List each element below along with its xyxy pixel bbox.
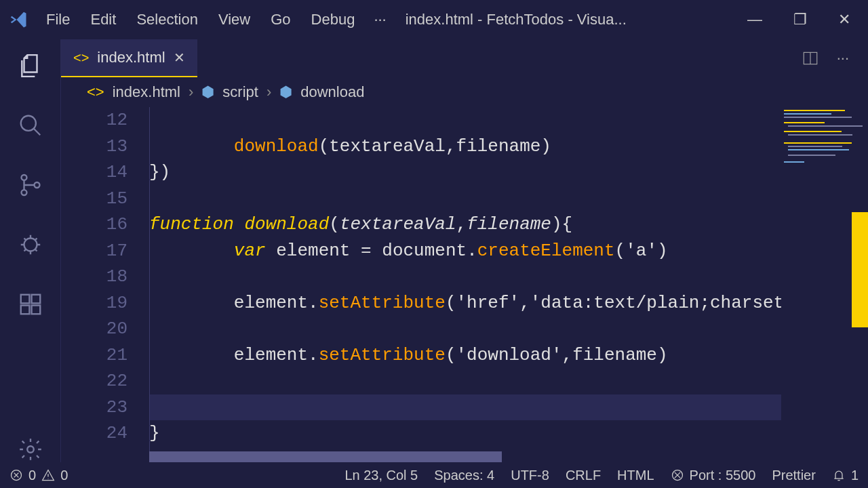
- encoding-status[interactable]: UTF-8: [511, 468, 549, 483]
- code-line[interactable]: function download(textareaVal,filename){: [149, 211, 868, 238]
- tab-index-html[interactable]: <> index.html ✕: [61, 39, 197, 77]
- symbol-icon: ⬢: [279, 83, 292, 101]
- notifications-status[interactable]: 1: [832, 468, 859, 483]
- problems-status[interactable]: 0 0: [9, 468, 68, 483]
- cursor-position[interactable]: Ln 23, Col 5: [344, 468, 418, 483]
- activity-bar: [0, 39, 61, 462]
- svg-rect-6: [31, 295, 40, 304]
- chevron-right-icon: ›: [267, 83, 271, 101]
- symbol-icon: ⬢: [201, 83, 214, 101]
- menu-file[interactable]: File: [46, 11, 70, 28]
- live-server-status[interactable]: Port : 5500: [671, 468, 756, 483]
- close-button[interactable]: ✕: [838, 11, 850, 28]
- svg-point-1: [21, 175, 26, 180]
- horizontal-scrollbar[interactable]: [149, 451, 502, 462]
- language-status[interactable]: HTML: [617, 468, 654, 483]
- source-control-icon[interactable]: [18, 172, 43, 198]
- code-line[interactable]: [149, 316, 868, 342]
- explorer-icon[interactable]: [18, 53, 43, 79]
- menu-overflow[interactable]: ···: [374, 11, 386, 28]
- menu-view[interactable]: View: [218, 11, 250, 28]
- settings-icon[interactable]: [18, 436, 43, 462]
- vscode-logo: [5, 6, 33, 33]
- code-line[interactable]: element.setAttribute('href','data:text/p…: [149, 290, 868, 317]
- scroll-marker: [852, 212, 868, 327]
- line-gutter: 12131415161718192021222324: [61, 107, 149, 462]
- titlebar: FileEditSelectionViewGoDebug ··· index.h…: [0, 0, 868, 39]
- svg-rect-8: [31, 306, 40, 314]
- menu-selection[interactable]: Selection: [136, 11, 198, 28]
- code-line[interactable]: }: [149, 420, 868, 447]
- minimize-button[interactable]: —: [747, 11, 762, 28]
- code-line[interactable]: [149, 264, 868, 290]
- breadcrumb[interactable]: <> index.html › ⬢ script › ⬢ download: [61, 77, 868, 107]
- tab-close-button[interactable]: ✕: [174, 49, 185, 66]
- formatter-status[interactable]: Prettier: [772, 468, 815, 483]
- code-line[interactable]: }): [149, 159, 868, 186]
- code-area[interactable]: download(textareaVal,filename)}) functio…: [149, 107, 868, 462]
- eol-status[interactable]: CRLF: [566, 468, 601, 483]
- tab-bar: <> index.html ✕ ···: [61, 39, 868, 77]
- svg-point-2: [21, 190, 26, 195]
- search-icon[interactable]: [18, 113, 43, 138]
- code-line[interactable]: [149, 107, 868, 134]
- split-editor-icon[interactable]: [802, 49, 819, 67]
- svg-rect-5: [20, 295, 29, 304]
- svg-rect-7: [20, 306, 29, 314]
- maximize-button[interactable]: ❐: [793, 11, 807, 28]
- more-actions-icon[interactable]: ···: [837, 49, 849, 67]
- code-line[interactable]: [149, 186, 868, 212]
- code-line[interactable]: download(textareaVal,filename): [149, 134, 868, 160]
- editor[interactable]: 12131415161718192021222324 download(text…: [61, 107, 868, 462]
- extensions-icon[interactable]: [18, 291, 43, 317]
- debug-icon[interactable]: [18, 232, 43, 258]
- code-line[interactable]: var element = document.createElement('a'…: [149, 238, 868, 264]
- menubar: FileEditSelectionViewGoDebug: [46, 11, 355, 28]
- tab-label: index.html: [97, 49, 165, 66]
- svg-point-3: [34, 182, 39, 188]
- chevron-right-icon: ›: [189, 83, 193, 101]
- menu-go[interactable]: Go: [271, 11, 290, 28]
- status-bar: 0 0 Ln 23, Col 5 Spaces: 4 UTF-8 CRLF HT…: [0, 462, 868, 488]
- menu-edit[interactable]: Edit: [90, 11, 116, 28]
- html-file-icon: <>: [87, 83, 104, 101]
- code-line[interactable]: element.setAttribute('download',filename…: [149, 342, 868, 369]
- code-line[interactable]: [149, 368, 868, 394]
- menu-debug[interactable]: Debug: [311, 11, 355, 28]
- html-file-icon: <>: [73, 50, 89, 66]
- svg-point-0: [20, 116, 35, 131]
- indentation-status[interactable]: Spaces: 4: [434, 468, 494, 483]
- svg-point-9: [27, 446, 34, 453]
- window-title: index.html - FetchTodos - Visua...: [406, 11, 747, 28]
